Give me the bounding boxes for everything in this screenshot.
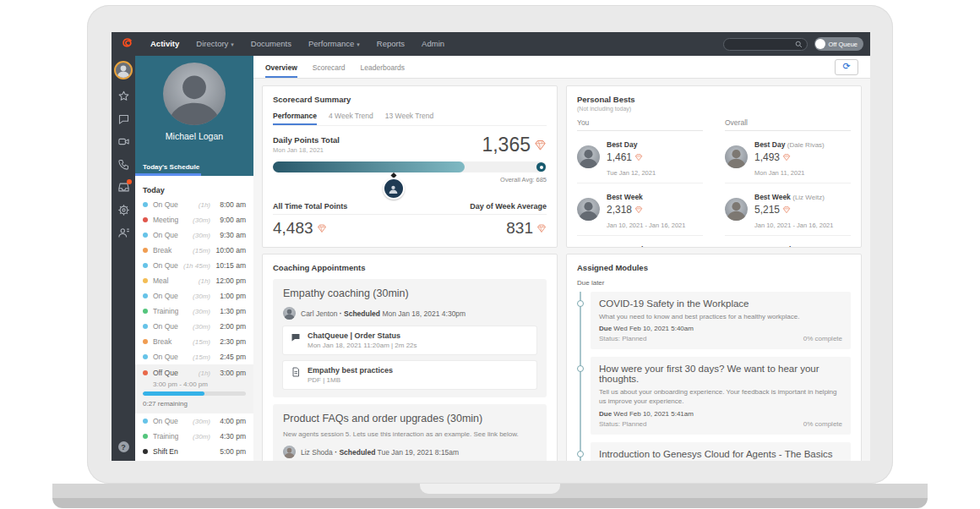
personal-best-text: Best Month (Liz Shoda) 5,714 January 202… (754, 240, 830, 248)
toggle-knob (815, 39, 825, 49)
personal-best-label: Best Week (607, 193, 643, 201)
nav-label: Reports (377, 39, 405, 48)
facilitator-text: Carl Jenton · Scheduled Mon Jan 18, 2021… (301, 309, 466, 318)
status-dot-icon (143, 217, 148, 222)
daily-points-row: Daily Points Total Mon Jan 18, 2021 1,36… (273, 135, 547, 155)
avatar (577, 198, 600, 221)
favorites-star-icon[interactable] (117, 90, 130, 102)
profile-header: Michael Logan (135, 56, 253, 157)
user-avatar-icon[interactable] (114, 61, 133, 79)
status-dot-icon (143, 354, 148, 359)
module-card[interactable]: COVID-19 Safety in the Workplace What yo… (591, 292, 851, 349)
schedule-item-duration: (15m) (178, 247, 210, 254)
queue-status-toggle[interactable]: Off Queue (814, 37, 863, 51)
tab-scorecard[interactable]: Scorecard (313, 63, 346, 78)
refresh-button[interactable]: ⟳ (835, 59, 858, 75)
facilitator-text: Liz Shoda · Scheduled Tue Jan 19, 2021 8… (301, 448, 459, 457)
nav-label: Documents (251, 39, 291, 48)
module-card[interactable]: Introduction to Genesys Cloud for Agents… (591, 442, 851, 461)
interaction-attachment[interactable]: ChatQueue | Order Status Mon Jan 18, 202… (283, 326, 536, 354)
session-status: · Scheduled (335, 448, 375, 457)
due-label: Due (599, 410, 612, 418)
assigned-modules-title: Assigned Modules (577, 263, 851, 272)
nav-item-admin[interactable]: Admin (413, 32, 453, 56)
bar-end-marker (536, 162, 546, 172)
schedule-item-duration: (1h 45m) (178, 262, 210, 270)
schedule-item-label: Shift End (153, 447, 178, 456)
schedule-item-time: 5:00 pm (210, 447, 246, 456)
agent-profile-icon[interactable] (117, 227, 130, 239)
schedule-item-label: Off Queue (153, 369, 178, 377)
points-gem-icon (782, 153, 791, 161)
schedule-item-duration: (15m) (178, 338, 210, 346)
schedule-item-duration: (30m) (178, 418, 210, 425)
tab-4-week-trend[interactable]: 4 Week Trend (329, 112, 373, 125)
schedule-item: On Queue (30m) 1:00 pm (143, 288, 246, 304)
daily-points-bar-fill (273, 161, 465, 172)
personal-bests-columns: You Best Day 1,461 Tue Jan 12, 2021 (577, 118, 851, 248)
personal-best-date: Mon Jan 11, 2021 (754, 169, 805, 177)
module-title: Introduction to Genesys Cloud for Agents… (599, 449, 842, 459)
current-item-progress-track (143, 391, 246, 396)
due-later-label: Due later (577, 279, 851, 287)
current-schedule-item: Off Queue (1h) 3:00 pm 3:00 pm - 4:00 pm… (135, 364, 253, 413)
module-title: COVID-19 Safety in the Workplace (599, 298, 842, 309)
module-card[interactable]: How were your first 30 days? We want to … (591, 357, 851, 434)
chat-bubble-icon (291, 332, 301, 342)
points-gem-icon (782, 205, 791, 214)
schedule-item-time: 4:00 pm (210, 417, 246, 425)
phone-icon[interactable] (117, 158, 130, 171)
help-icon[interactable]: ? (118, 441, 129, 452)
you-column: You Best Day 1,461 Tue Jan 12, 2021 (577, 118, 703, 248)
search-input[interactable] (728, 40, 795, 49)
schedule-item-time: 10:15 am (210, 261, 246, 270)
modules-timeline: COVID-19 Safety in the Workplace What yo… (580, 292, 851, 461)
tab-13-week-trend[interactable]: 13 Week Trend (385, 112, 434, 125)
nav-item-documents[interactable]: Documents (242, 32, 300, 56)
schedule-item-label: On Queue (153, 231, 178, 239)
personal-bests-subtitle: (Not including today) (577, 106, 851, 112)
status-dot-icon (143, 309, 148, 314)
genesys-logo-icon (120, 36, 135, 52)
schedule-item-duration: (30m) (178, 323, 210, 331)
module-complete-percent: 0% complete (803, 420, 842, 428)
schedule-item-duration: (30m) (178, 308, 210, 315)
personal-best-text: Best Day (Dale Rivas) 1,493 Mon Jan 11, … (754, 135, 825, 178)
laptop-trackpad-notch (420, 484, 560, 494)
schedule-item-duration: (30m) (178, 232, 210, 239)
points-gem-icon (536, 223, 547, 233)
personal-best-row: Best Week (Liz Weitz) 5,215 Jan 10, 2021… (725, 183, 851, 236)
settings-gear-icon[interactable] (117, 204, 130, 216)
top-navbar: Activity Directory▾ Documents Performanc… (112, 32, 870, 56)
due-date: Wed Feb 10, 2021 5:40am (612, 325, 694, 332)
personal-best-date: Jan 10, 2021 - Jan 16, 2021 (754, 222, 833, 229)
status-dot-icon (143, 419, 148, 424)
document-attachment[interactable]: Empathy best practices PDF | 1MB (283, 361, 536, 389)
video-camera-icon[interactable] (117, 135, 130, 148)
chat-bubble-icon[interactable] (117, 112, 130, 125)
nav-item-directory[interactable]: Directory▾ (188, 32, 242, 57)
schedule-item-time: 2:00 pm (210, 322, 246, 331)
module-complete-percent: 0% complete (803, 335, 842, 342)
nav-item-reports[interactable]: Reports (368, 32, 413, 56)
personal-best-label: Best Day (607, 140, 637, 149)
personal-best-label: Best Month (Liz Shoda) (754, 245, 830, 248)
day-of-week-average-number: 831 (506, 220, 533, 236)
tab-leaderboards[interactable]: Leaderboards (361, 63, 405, 78)
tab-overview[interactable]: Overview (265, 63, 297, 78)
nav-label: Activity (150, 39, 179, 48)
schedule-item-time: 12:00 pm (210, 276, 246, 285)
coaching-session: Empathy coaching (30min) Carl Jenton · S… (273, 279, 547, 397)
time-remaining-label: 0:27 remaining (143, 400, 246, 408)
view-scorecard-link[interactable]: View scorecard (273, 246, 547, 248)
tab-performance[interactable]: Performance (273, 112, 317, 125)
inbox-icon[interactable] (117, 181, 130, 194)
global-search[interactable] (723, 38, 808, 51)
left-icon-rail: ? (112, 56, 135, 461)
nav-item-performance[interactable]: Performance▾ (300, 32, 368, 57)
nav-item-activity[interactable]: Activity (142, 32, 188, 56)
points-gem-icon (634, 153, 643, 161)
chevron-down-icon: ▾ (231, 41, 234, 47)
status-dot-icon (143, 278, 148, 283)
personal-best-text: Best Week (Liz Weitz) 5,215 Jan 10, 2021… (754, 188, 833, 231)
